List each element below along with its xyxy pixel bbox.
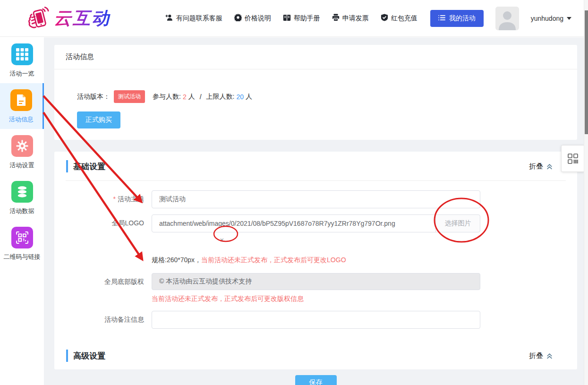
card-title: 活动信息 [54, 45, 577, 69]
double-chevron-up-icon [546, 163, 553, 170]
nav-pricing[interactable]: 价格说明 [234, 14, 271, 23]
basic-settings-form: *活动主题 全局LOGO 选择图片 × [54, 181, 577, 329]
participants-label: 参与人数: [153, 93, 181, 101]
required-mark: * [113, 195, 116, 203]
user-plus-icon [165, 14, 173, 23]
limit-label: 上限人数: [206, 93, 235, 101]
basic-collapse-link[interactable]: 折叠 [529, 162, 553, 171]
remark-input[interactable] [152, 311, 480, 329]
basic-settings-title: 基础设置 [73, 161, 105, 172]
form-row-copyright: 全局底部版权 [54, 273, 577, 290]
gear-icon [11, 135, 33, 157]
settings-card: 基础设置 折叠 *活动主题 [54, 152, 577, 369]
advanced-settings-title: 高级设置 [73, 351, 105, 361]
nav-redpacket-recharge[interactable]: 红包充值 [381, 14, 418, 23]
sidebar-item-activity-data[interactable]: 活动数据 [0, 175, 44, 221]
nav-contact-support[interactable]: 有问题联系客服 [165, 14, 222, 23]
list-icon [438, 15, 445, 22]
section-accent-bar [66, 350, 68, 362]
grid-icon [11, 43, 33, 65]
sidebar-item-qrcode-links[interactable]: 二维码与链接 [0, 221, 44, 266]
sidebar-item-activity-settings[interactable]: 活动设置 [0, 129, 44, 175]
collapse-label: 折叠 [529, 162, 543, 171]
chevron-down-icon [567, 17, 571, 20]
form-row-theme: *活动主题 [54, 190, 577, 208]
copyright-label: 全局底部版权 [54, 273, 152, 286]
participants-unit: 人 [188, 93, 195, 101]
copyright-warning-text: 当前活动还未正式发布，正式发布后可更改版权信息 [152, 295, 304, 303]
collapse-label: 折叠 [529, 351, 543, 360]
user-avatar[interactable] [495, 7, 519, 30]
user-menu[interactable]: yunhudong [531, 15, 571, 22]
basic-settings-header: 基础设置 折叠 [54, 152, 577, 180]
recharge-shield-icon [381, 14, 388, 23]
floating-widget-button[interactable] [561, 145, 585, 172]
version-label: 活动版本： [77, 93, 110, 101]
main-content: 活动信息 活动版本： 测试活动 参与人数: 2 人 / 上限人数: 20 人 正… [44, 37, 584, 385]
invoice-printer-icon [332, 14, 340, 23]
remove-logo-button[interactable]: × [218, 236, 226, 244]
theme-label: *活动主题 [54, 190, 152, 204]
my-activities-label: 我的活动 [449, 14, 476, 23]
apps-widget-icon [567, 153, 579, 164]
logo-warning-text: 当前活动还未正式发布，正式发布后可更改LOGO [201, 256, 346, 264]
nav-label: 有问题联系客服 [176, 14, 222, 23]
version-badge: 测试活动 [114, 90, 145, 103]
empty-label [54, 295, 152, 299]
remark-label: 活动备注信息 [54, 311, 152, 324]
brand-name: 云互动 [54, 7, 111, 30]
hand-phone-logo-icon [26, 4, 53, 33]
logo-hint-row: 规格:260*70px，当前活动还未正式发布，正式发布后可更改LOGO [54, 256, 577, 265]
form-footer: 保存 [54, 369, 577, 385]
activity-info-body: 活动版本： 测试活动 参与人数: 2 人 / 上限人数: 20 人 正式购买 [54, 69, 577, 140]
price-badge-icon [234, 14, 242, 23]
database-icon [11, 181, 33, 203]
my-activities-button[interactable]: 我的活动 [430, 10, 484, 27]
form-row-remark: 活动备注信息 [54, 311, 577, 329]
advanced-collapse-link[interactable]: 折叠 [529, 351, 553, 360]
copyright-warning-row: 当前活动还未正式发布，正式发布后可更改版权信息 [54, 295, 577, 303]
logo-hint: 规格:260*70px，当前活动还未正式发布，正式发布后可更改LOGO [152, 256, 346, 265]
formal-purchase-button[interactable]: 正式购买 [77, 111, 120, 128]
choose-image-button[interactable]: 选择图片 [435, 214, 480, 232]
qrcode-icon [11, 227, 33, 248]
vertical-scrollbar [584, 0, 588, 385]
sidebar-item-activity-info[interactable]: 活动信息 [0, 83, 44, 129]
theme-input[interactable] [152, 190, 480, 208]
app-window: 云互动 有问题联系客服 [0, 0, 588, 385]
copyright-input [152, 273, 480, 290]
nav-help-manual[interactable]: 帮助手册 [283, 14, 320, 23]
save-button[interactable]: 保存 [295, 375, 337, 385]
double-chevron-up-icon [546, 353, 553, 359]
nav-label: 帮助手册 [294, 14, 320, 23]
limit-value: 20 [236, 93, 244, 101]
nav-request-invoice[interactable]: 申请发票 [332, 14, 369, 23]
top-navigation: 有问题联系客服 价格说明 [165, 7, 584, 30]
sidebar-item-label: 活动设置 [0, 161, 44, 170]
advanced-settings-header: 高级设置 折叠 [54, 343, 577, 369]
logo-input-group: 选择图片 [152, 214, 480, 232]
logo-label: 全局LOGO [54, 214, 152, 228]
nav-label: 红包充值 [391, 14, 418, 23]
form-row-logo: 全局LOGO 选择图片 × [54, 214, 577, 244]
sidebar: 活动一览 活动信息 [0, 37, 44, 385]
logo-path-input[interactable] [152, 214, 436, 232]
logo-spec-text: 规格:260*70px， [152, 256, 201, 264]
version-row: 活动版本： 测试活动 参与人数: 2 人 / 上限人数: 20 人 [77, 90, 566, 103]
sidebar-item-activity-overview[interactable]: 活动一览 [0, 37, 44, 83]
username: yunhudong [531, 15, 563, 22]
nav-label: 价格说明 [245, 14, 271, 23]
brand-logo[interactable]: 云互动 [26, 4, 111, 33]
limit-unit: 人 [246, 93, 252, 101]
top-bar: 云互动 有问题联系客服 [0, 0, 584, 37]
sidebar-item-label: 二维码与链接 [0, 253, 44, 261]
empty-label [54, 256, 152, 261]
participants-value: 2 [183, 93, 187, 101]
sidebar-item-label: 活动信息 [0, 115, 43, 124]
sidebar-item-label: 活动一览 [0, 69, 44, 78]
manual-book-icon [283, 14, 291, 23]
section-accent-bar [66, 160, 68, 172]
document-icon [10, 89, 32, 111]
separator: / [200, 93, 202, 101]
scrollbar-thumb[interactable] [585, 10, 588, 134]
